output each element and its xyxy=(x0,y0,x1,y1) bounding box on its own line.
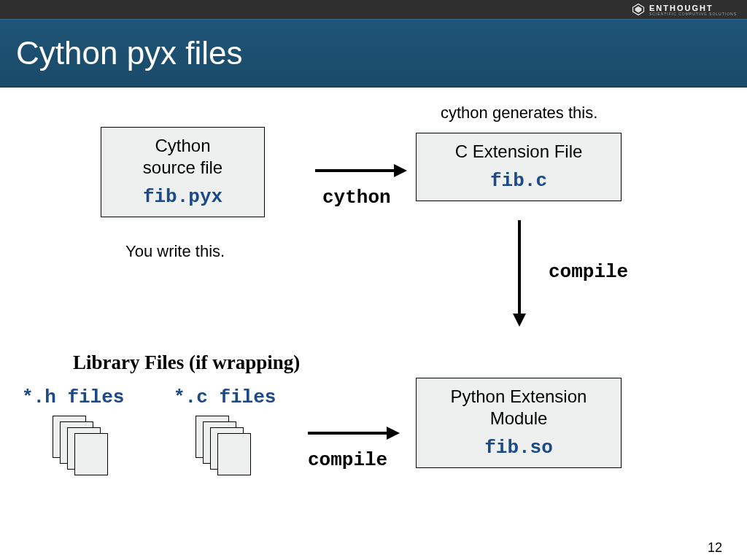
svg-marker-7 xyxy=(387,427,400,440)
label-cython: cython xyxy=(322,187,391,209)
label-compile-vertical: compile xyxy=(549,261,628,283)
file-stack-c xyxy=(196,416,254,474)
box-title: Module xyxy=(427,408,611,429)
box-filename: fib.so xyxy=(427,437,611,459)
box-cython-source: Cython source file fib.pyx xyxy=(101,127,265,217)
brand-logo: ENTHOUGHT SCIENTIFIC COMPUTING SOLUTIONS xyxy=(632,3,737,16)
library-c-files: *.c files xyxy=(174,386,276,408)
label-compile-horizontal: compile xyxy=(308,449,387,471)
title-bar: Cython pyx files xyxy=(0,19,747,88)
box-title: Cython xyxy=(112,135,254,157)
box-c-extension: C Extension File fib.c xyxy=(416,133,622,201)
top-bar: ENTHOUGHT SCIENTIFIC COMPUTING SOLUTIONS xyxy=(0,0,747,19)
enthought-mark-icon xyxy=(632,3,645,16)
box-title: C Extension File xyxy=(427,141,611,163)
slide-title: Cython pyx files xyxy=(16,35,243,71)
box-filename: fib.c xyxy=(427,170,611,192)
box-python-extension: Python Extension Module fib.so xyxy=(416,378,622,468)
box-filename: fib.pyx xyxy=(112,186,254,208)
arrow-compile-horizontal xyxy=(306,424,401,442)
caption-generates: cython generates this. xyxy=(441,104,597,122)
caption-you-write: You write this. xyxy=(125,242,225,261)
box-title: source file xyxy=(112,157,254,179)
library-header: Library Files (if wrapping) xyxy=(73,351,300,374)
box-title: Python Extension xyxy=(427,386,611,408)
diagram-canvas: Cython source file fib.pyx You write thi… xyxy=(0,88,747,560)
svg-marker-1 xyxy=(635,7,641,13)
library-h-files: *.h files xyxy=(22,386,124,408)
svg-marker-5 xyxy=(513,314,526,327)
svg-marker-3 xyxy=(394,164,407,177)
brand-tagline: SCIENTIFIC COMPUTING SOLUTIONS xyxy=(649,12,737,16)
file-stack-h xyxy=(53,416,111,474)
arrow-cython xyxy=(314,162,409,179)
page-number: 12 xyxy=(708,540,722,556)
brand-name: ENTHOUGHT xyxy=(649,4,737,12)
arrow-compile-vertical xyxy=(511,219,528,328)
